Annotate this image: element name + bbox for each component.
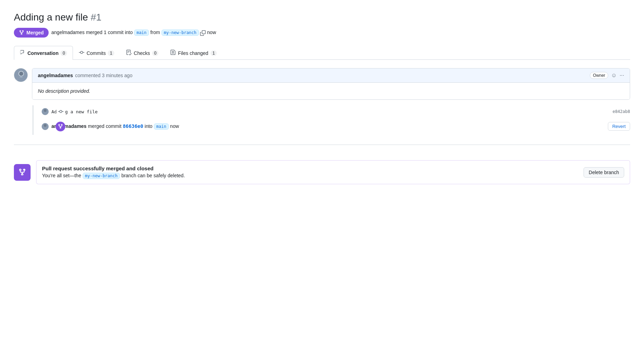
commit-info: Adding a new file e842ab8 [42,108,630,115]
merged-banner-box: Pull request successfully merged and clo… [36,160,630,184]
merge-hash[interactable]: 86636e0 [123,123,143,129]
tab-conversation-count: 0 [60,50,67,56]
svg-point-6 [44,109,47,112]
merged-badge: Merged [14,28,49,38]
tab-checks[interactable]: Checks 0 [120,46,164,60]
tab-commits-count: 1 [108,50,114,56]
tabs-bar: Conversation 0 Commits 1 Checks 0 Files … [14,46,630,60]
tab-commits-label: Commits [86,50,106,56]
head-branch-tag[interactable]: my-new-branch [162,30,199,36]
merge-target-branch[interactable]: main [154,123,169,130]
owner-badge: Owner [590,72,608,79]
commits-tab-icon [79,50,84,56]
status-bar: Merged angelmadames merged 1 commit into… [14,28,630,38]
commit-sha: e842ab8 [612,109,630,114]
comment-header-left: angelmadames commented 3 minutes ago [38,73,132,78]
tab-files-changed-count: 1 [210,50,217,56]
tab-conversation[interactable]: Conversation 0 [14,46,73,60]
tab-commits[interactable]: Commits 1 [73,46,120,60]
tab-files-changed[interactable]: Files changed 1 [164,46,223,60]
comment-text: No description provided. [38,88,624,94]
merge-text: angelmadames merged commit 86636e0 into … [51,123,179,130]
checks-tab-icon [126,50,132,56]
merge-circle-icon [56,122,65,131]
merged-banner-desc: You're all set—the my-new-branch branch … [42,173,185,179]
comment-box: angelmadames commented 3 minutes ago Own… [32,68,630,100]
commenter-avatar [14,68,28,82]
svg-point-3 [19,72,23,76]
tab-conversation-label: Conversation [27,50,58,56]
merged-banner-icon [14,164,31,181]
base-branch-tag[interactable]: main [134,30,149,36]
copy-branch-icon[interactable] [200,30,207,35]
pr-number: #1 [91,12,101,23]
merged-banner-title: Pull request successfully merged and clo… [42,165,185,171]
conversation-tab-icon [20,50,25,56]
merge-author-avatar [42,123,49,130]
merge-info: angelmadames merged commit 86636e0 into … [42,122,630,131]
merge-timeline-item: angelmadames merged commit 86636e0 into … [42,118,630,135]
status-description: angelmadames merged 1 commit into main f… [51,30,216,36]
svg-point-9 [44,124,47,127]
commit-dot-icon [58,109,64,114]
merge-time: now [170,123,179,129]
merge-icon [19,30,24,35]
badge-label: Merged [26,30,44,35]
commit-author-avatar [42,108,49,115]
comment-time: commented 3 minutes ago [75,73,132,78]
emoji-reaction-button[interactable]: ☺ [611,72,617,79]
pr-title-text: Adding a new file [14,12,88,23]
tab-checks-count: 0 [152,50,159,56]
revert-button[interactable]: Revert [608,122,630,131]
comment-header-right: Owner ☺ ··· [590,72,624,79]
comment-body: No description provided. [32,83,630,99]
merged-banner: Pull request successfully merged and clo… [14,160,630,184]
files-changed-tab-icon [170,50,176,56]
comment-block: angelmadames commented 3 minutes ago Own… [14,68,630,100]
commit-timeline-item: Adding a new file e842ab8 [42,105,630,118]
delete-branch-button[interactable]: Delete branch [584,167,624,178]
svg-rect-4 [17,78,25,82]
merged-banner-text: Pull request successfully merged and clo… [42,165,185,179]
page-title: Adding a new file #1 [14,11,630,24]
status-time: now [207,30,216,35]
tab-checks-label: Checks [134,50,150,56]
merged-branch-tag[interactable]: my-new-branch [83,173,120,179]
comment-header: angelmadames commented 3 minutes ago Own… [32,68,630,83]
tab-files-changed-label: Files changed [178,50,208,56]
content-area: angelmadames commented 3 minutes ago Own… [14,68,630,184]
more-options-button[interactable]: ··· [620,72,624,79]
section-divider [14,145,630,145]
comment-author[interactable]: angelmadames [38,73,73,78]
